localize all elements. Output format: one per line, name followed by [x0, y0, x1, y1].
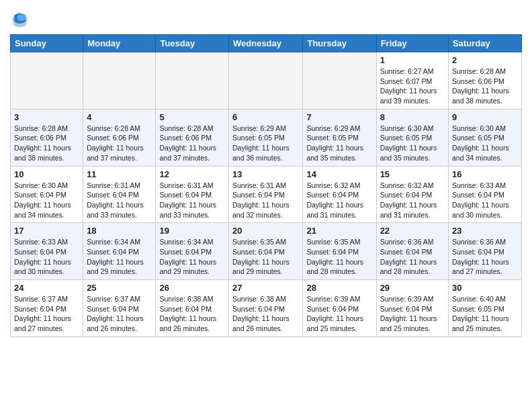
calendar-day-4: 4Sunrise: 6:28 AM Sunset: 6:06 PM Daylig… — [83, 109, 156, 166]
calendar-day-14: 14Sunrise: 6:32 AM Sunset: 6:04 PM Dayli… — [303, 166, 376, 223]
day-number: 7 — [306, 112, 372, 122]
calendar-day-8: 8Sunrise: 6:30 AM Sunset: 6:05 PM Daylig… — [376, 109, 448, 166]
calendar-day-19: 19Sunrise: 6:34 AM Sunset: 6:04 PM Dayli… — [156, 223, 229, 280]
day-info: Sunrise: 6:30 AM Sunset: 6:04 PM Dayligh… — [14, 181, 79, 220]
day-number: 5 — [159, 112, 225, 122]
day-info: Sunrise: 6:38 AM Sunset: 6:04 PM Dayligh… — [159, 294, 225, 334]
day-info: Sunrise: 6:33 AM Sunset: 6:04 PM Dayligh… — [452, 181, 518, 220]
day-info: Sunrise: 6:35 AM Sunset: 6:04 PM Dayligh… — [306, 237, 372, 277]
calendar-day-27: 27Sunrise: 6:38 AM Sunset: 6:04 PM Dayli… — [229, 280, 303, 337]
day-info: Sunrise: 6:32 AM Sunset: 6:04 PM Dayligh… — [306, 181, 372, 220]
day-info: Sunrise: 6:36 AM Sunset: 6:04 PM Dayligh… — [380, 237, 445, 277]
day-info: Sunrise: 6:28 AM Sunset: 6:06 PM Dayligh… — [159, 124, 225, 163]
calendar-day-empty — [83, 52, 156, 109]
weekday-header-tuesday: Tuesday — [156, 35, 229, 52]
calendar-day-28: 28Sunrise: 6:39 AM Sunset: 6:04 PM Dayli… — [303, 280, 376, 337]
day-info: Sunrise: 6:35 AM Sunset: 6:04 PM Dayligh… — [232, 237, 299, 277]
day-info: Sunrise: 6:39 AM Sunset: 6:04 PM Dayligh… — [306, 294, 372, 334]
calendar-day-30: 30Sunrise: 6:40 AM Sunset: 6:05 PM Dayli… — [449, 280, 522, 337]
day-info: Sunrise: 6:28 AM Sunset: 6:06 PM Dayligh… — [87, 124, 152, 163]
calendar-day-2: 2Sunrise: 6:28 AM Sunset: 6:06 PM Daylig… — [449, 52, 522, 109]
day-number: 28 — [306, 283, 372, 293]
day-info: Sunrise: 6:34 AM Sunset: 6:04 PM Dayligh… — [87, 237, 152, 277]
logo — [10, 10, 32, 29]
day-info: Sunrise: 6:29 AM Sunset: 6:05 PM Dayligh… — [232, 124, 299, 163]
calendar-day-3: 3Sunrise: 6:28 AM Sunset: 6:06 PM Daylig… — [11, 109, 83, 166]
calendar-week-3: 10Sunrise: 6:30 AM Sunset: 6:04 PM Dayli… — [11, 166, 522, 223]
day-number: 20 — [232, 226, 299, 236]
day-info: Sunrise: 6:33 AM Sunset: 6:04 PM Dayligh… — [14, 237, 79, 277]
calendar-week-4: 17Sunrise: 6:33 AM Sunset: 6:04 PM Dayli… — [11, 223, 522, 280]
calendar-day-18: 18Sunrise: 6:34 AM Sunset: 6:04 PM Dayli… — [83, 223, 156, 280]
day-number: 8 — [380, 112, 445, 122]
day-number: 13 — [232, 169, 299, 179]
calendar-day-13: 13Sunrise: 6:31 AM Sunset: 6:04 PM Dayli… — [229, 166, 303, 223]
day-number: 1 — [380, 55, 445, 65]
day-number: 2 — [452, 55, 518, 65]
day-info: Sunrise: 6:27 AM Sunset: 6:07 PM Dayligh… — [380, 66, 445, 106]
day-info: Sunrise: 6:31 AM Sunset: 6:04 PM Dayligh… — [87, 181, 152, 220]
day-number: 22 — [380, 226, 445, 236]
calendar-day-21: 21Sunrise: 6:35 AM Sunset: 6:04 PM Dayli… — [303, 223, 376, 280]
day-number: 18 — [87, 226, 152, 236]
calendar-day-empty — [303, 52, 376, 109]
day-number: 25 — [87, 283, 152, 293]
day-number: 21 — [306, 226, 372, 236]
day-number: 15 — [380, 169, 445, 179]
calendar-day-1: 1Sunrise: 6:27 AM Sunset: 6:07 PM Daylig… — [376, 52, 448, 109]
day-info: Sunrise: 6:36 AM Sunset: 6:04 PM Dayligh… — [452, 237, 518, 277]
calendar-day-15: 15Sunrise: 6:32 AM Sunset: 6:04 PM Dayli… — [376, 166, 448, 223]
calendar-day-20: 20Sunrise: 6:35 AM Sunset: 6:04 PM Dayli… — [229, 223, 303, 280]
day-info: Sunrise: 6:34 AM Sunset: 6:04 PM Dayligh… — [159, 237, 225, 277]
weekday-header-thursday: Thursday — [303, 35, 376, 52]
calendar-day-7: 7Sunrise: 6:29 AM Sunset: 6:05 PM Daylig… — [303, 109, 376, 166]
calendar-day-empty — [11, 52, 83, 109]
page: SundayMondayTuesdayWednesdayThursdayFrid… — [0, 0, 532, 347]
day-info: Sunrise: 6:31 AM Sunset: 6:04 PM Dayligh… — [159, 181, 225, 220]
header — [10, 7, 522, 29]
weekday-header-monday: Monday — [83, 35, 156, 52]
day-number: 30 — [452, 283, 518, 293]
calendar-day-6: 6Sunrise: 6:29 AM Sunset: 6:05 PM Daylig… — [229, 109, 303, 166]
day-number: 17 — [14, 226, 79, 236]
day-info: Sunrise: 6:29 AM Sunset: 6:05 PM Dayligh… — [306, 124, 372, 163]
day-number: 3 — [14, 112, 79, 122]
day-info: Sunrise: 6:30 AM Sunset: 6:05 PM Dayligh… — [380, 124, 445, 163]
calendar-day-26: 26Sunrise: 6:38 AM Sunset: 6:04 PM Dayli… — [156, 280, 229, 337]
weekday-header-saturday: Saturday — [449, 35, 522, 52]
calendar-day-empty — [229, 52, 303, 109]
day-number: 23 — [452, 226, 518, 236]
day-info: Sunrise: 6:37 AM Sunset: 6:04 PM Dayligh… — [14, 294, 79, 334]
calendar-day-22: 22Sunrise: 6:36 AM Sunset: 6:04 PM Dayli… — [376, 223, 448, 280]
day-info: Sunrise: 6:31 AM Sunset: 6:04 PM Dayligh… — [232, 181, 299, 220]
day-number: 29 — [380, 283, 445, 293]
day-number: 19 — [159, 226, 225, 236]
calendar-day-17: 17Sunrise: 6:33 AM Sunset: 6:04 PM Dayli… — [11, 223, 83, 280]
calendar-day-24: 24Sunrise: 6:37 AM Sunset: 6:04 PM Dayli… — [11, 280, 83, 337]
calendar-week-1: 1Sunrise: 6:27 AM Sunset: 6:07 PM Daylig… — [11, 52, 522, 109]
calendar-header-row: SundayMondayTuesdayWednesdayThursdayFrid… — [11, 35, 522, 52]
weekday-header-friday: Friday — [376, 35, 448, 52]
day-number: 14 — [306, 169, 372, 179]
day-info: Sunrise: 6:40 AM Sunset: 6:05 PM Dayligh… — [452, 294, 518, 334]
day-number: 6 — [232, 112, 299, 122]
calendar: SundayMondayTuesdayWednesdayThursdayFrid… — [10, 34, 522, 337]
weekday-header-sunday: Sunday — [11, 35, 83, 52]
calendar-day-29: 29Sunrise: 6:39 AM Sunset: 6:04 PM Dayli… — [376, 280, 448, 337]
calendar-day-12: 12Sunrise: 6:31 AM Sunset: 6:04 PM Dayli… — [156, 166, 229, 223]
day-info: Sunrise: 6:32 AM Sunset: 6:04 PM Dayligh… — [380, 181, 445, 220]
logo-icon — [10, 10, 29, 29]
calendar-day-16: 16Sunrise: 6:33 AM Sunset: 6:04 PM Dayli… — [449, 166, 522, 223]
day-info: Sunrise: 6:28 AM Sunset: 6:06 PM Dayligh… — [14, 124, 79, 163]
day-number: 4 — [87, 112, 152, 122]
day-number: 10 — [14, 169, 79, 179]
day-info: Sunrise: 6:39 AM Sunset: 6:04 PM Dayligh… — [380, 294, 445, 334]
day-number: 9 — [452, 112, 518, 122]
calendar-day-9: 9Sunrise: 6:30 AM Sunset: 6:05 PM Daylig… — [449, 109, 522, 166]
calendar-day-empty — [156, 52, 229, 109]
day-number: 12 — [159, 169, 225, 179]
calendar-day-5: 5Sunrise: 6:28 AM Sunset: 6:06 PM Daylig… — [156, 109, 229, 166]
day-info: Sunrise: 6:37 AM Sunset: 6:04 PM Dayligh… — [87, 294, 152, 334]
calendar-week-5: 24Sunrise: 6:37 AM Sunset: 6:04 PM Dayli… — [11, 280, 522, 337]
day-number: 16 — [452, 169, 518, 179]
